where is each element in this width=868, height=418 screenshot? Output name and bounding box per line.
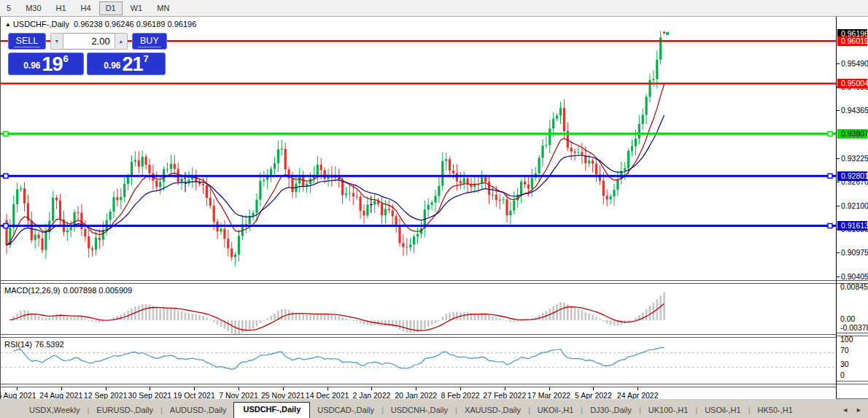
chart-tab-usoil-h1[interactable]: USOil-,H1 [697,403,748,418]
date-tick-mark [150,387,150,390]
macd-label: MACD(12,26,9)0.007898 0.005909 [4,286,132,295]
tick-dash [837,182,840,182]
price-badge-0.93807: 0.93807 [837,129,867,139]
buy-button[interactable]: BUY [132,33,167,50]
one-click-trading-panel: SELL ▼ ▲ BUY 0.96 19 6 0.96 21 7 [8,33,167,75]
chart-tab-usdcnh-daily[interactable]: USDCNH-,Daily [384,403,455,418]
date-tick-mark [638,387,638,390]
price-axis[interactable]: 0.949350.926700.915300.954900.943650.932… [837,17,868,398]
chart-ohlc-values: 0.96238 0.96246 0.96189 0.96196 [74,20,196,28]
tick-dash [837,276,840,277]
main-price-pane[interactable]: ▲USDCHF-,Daily 0.96238 0.96246 0.96189 0… [1,17,836,280]
rsi-axis-label: 30 [837,360,868,369]
chart-title: ▲USDCHF-,Daily 0.96238 0.96246 0.96189 0… [5,20,196,28]
date-tick-mark [593,387,594,390]
axis-separator [837,280,868,284]
chevron-down-icon: ▼ [54,39,59,44]
axis-separator [837,381,868,384]
date-tick-mark [17,387,18,390]
date-tick-mark [460,387,461,390]
sell-button[interactable]: SELL [8,33,46,50]
chart-tab-usdchf-daily[interactable]: USDCHF-,Daily [233,402,310,418]
date-tick-mark [61,387,62,390]
chart-tab-dj30-daily[interactable]: DJ30-,Daily [583,403,639,418]
price-axis-tick: 0.90975 [837,248,868,258]
chevron-up-icon: ▲ [118,39,123,44]
volume-decrease-button[interactable]: ▼ [50,33,63,50]
date-tick-mark [106,387,106,390]
rsi-pane[interactable]: RSI(14)76.5392 [1,338,836,384]
price-badge-0.91613: 0.91613 [837,221,867,231]
date-tick-mark [549,387,550,390]
date-tick-mark [328,387,328,390]
collapse-triangle-icon[interactable]: ▲ [5,21,11,28]
rsi-value: 76.5392 [35,340,64,349]
tick-dash [837,206,840,206]
price-axis-tick: 0.94365 [837,106,868,115]
chart-window: ▲USDCHF-,Daily 0.96238 0.96246 0.96189 0… [0,17,868,399]
chart-tab-hk50-h1[interactable]: HK50-,H1 [751,403,800,418]
tab-scroll-right-icon[interactable]: ► [856,407,862,414]
tick-dash [837,252,840,253]
timeframe-button-h4[interactable]: H4 [74,1,98,15]
date-tick-mark [283,387,284,390]
rsi-axis-label: 70 [837,346,868,355]
price-badge-0.95004: 0.95004 [837,79,867,88]
timeframe-button-m30[interactable]: M30 [19,1,47,15]
macd-axis-label: -0.003783 [837,323,868,333]
macd-pane[interactable]: MACD(12,26,9)0.007898 0.005909 [1,284,836,334]
sell-price-box[interactable]: 0.96 19 6 [8,53,84,75]
buy-price-base: 0.96 [104,61,120,71]
chart-tab-usdcad-daily[interactable]: USDCAD-,Daily [310,403,381,418]
buy-price-pips: 21 [123,55,143,74]
timeframe-button-w1[interactable]: W1 [124,1,150,15]
price-axis-tick: 0.92100 [837,201,868,211]
price-badge-0.96019: 0.96019 [837,36,867,46]
sell-price-pips: 19 [42,55,63,74]
timeframe-button-mn[interactable]: MN [150,1,176,15]
date-tick-mark [239,387,239,390]
chart-tab-audusd-daily[interactable]: AUDUSD-,Daily [163,403,234,418]
price-axis-tick: 0.95490 [837,59,868,69]
date-tick-mark [416,387,416,390]
price-badge-0.92801: 0.92801 [837,171,867,181]
chart-tab-xauusd-daily[interactable]: XAUUSD-,Daily [457,403,528,418]
chart-symbol-label: USDCHF-,Daily [13,20,69,28]
sell-price-pipette: 6 [63,53,69,64]
volume-increase-button[interactable]: ▲ [115,33,128,50]
tick-dash [837,158,840,159]
rsi-canvas[interactable] [1,338,836,384]
timeframe-button-5[interactable]: 5 [0,1,18,15]
macd-values: 0.007898 0.005909 [63,286,132,295]
timeframe-button-d1[interactable]: D1 [99,1,123,15]
sell-price-base: 0.96 [23,61,40,71]
tab-scroll-left-icon[interactable]: ◄ [842,407,848,414]
price-axis-tick: 0.93225 [837,154,868,163]
tab-scroll-arrows: ◄ ► [842,407,862,414]
buy-price-box[interactable]: 0.96 21 7 [87,53,166,75]
tick-dash [837,110,840,111]
mt4-terminal: { "toolbar": { "timeframes": [ {"label":… [0,0,868,418]
chart-tab-bar: USDX,Weekly|EURUSD-,Daily|AUDUSD-,DailyU… [0,399,868,418]
chart-tab-usdx-weekly[interactable]: USDX,Weekly [22,403,87,418]
axis-separator [837,333,868,336]
timeframe-button-h1[interactable]: H1 [50,1,73,15]
buy-price-pipette: 7 [144,53,149,64]
rsi-axis-label: 0 [837,371,868,380]
chart-tab-ukoil-h1[interactable]: UKOil-,H1 [530,403,581,418]
date-tick-mark [194,387,195,390]
date-tick-mark [371,387,372,390]
chart-plot-column: ▲USDCHF-,Daily 0.96238 0.96246 0.96189 0… [1,17,837,398]
timeframe-toolbar: 5M30H1H4D1W1MN [0,0,868,17]
chart-tab-uk100-h1[interactable]: UK100-,H1 [641,403,695,418]
volume-input[interactable] [63,33,115,50]
date-tick-mark [505,387,505,390]
tick-dash [837,63,840,64]
chart-tab-eurusd-daily[interactable]: EURUSD-,Daily [89,403,160,418]
rsi-label: RSI(14)76.5392 [4,340,64,349]
